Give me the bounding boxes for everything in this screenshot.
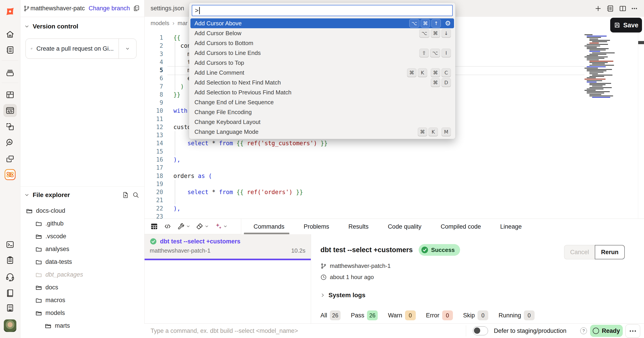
line-number: 3: [144, 50, 163, 58]
help-icon[interactable]: ?: [580, 327, 587, 334]
current-branch-name[interactable]: matthewshaver-patc: [30, 5, 86, 12]
file-tree-item-.vscode[interactable]: .vscode: [20, 230, 144, 243]
ai-fix-button[interactable]: [214, 222, 227, 230]
line-number: 17: [144, 164, 163, 172]
home-icon[interactable]: [3, 28, 17, 41]
change-branch-link[interactable]: Change branch: [88, 5, 130, 12]
shortcut-key: I: [442, 49, 451, 57]
breadcrumb-models[interactable]: models: [150, 20, 170, 27]
filter-chip-error[interactable]: Error0: [426, 310, 453, 320]
command-history-list: dbt test --select +customers matthewshav…: [144, 234, 311, 323]
version-control-title: Version control: [33, 23, 78, 30]
file-tree-item-data-tests[interactable]: data-tests: [20, 256, 144, 268]
file-tree-item-dbt_packages[interactable]: dbt_packages: [20, 268, 144, 281]
file-tree-item-models[interactable]: models: [20, 307, 144, 319]
headset-icon[interactable]: [3, 270, 17, 283]
organization-icon[interactable]: [3, 301, 17, 314]
palette-command-label: Add Cursors to Bottom: [194, 40, 451, 47]
wrench-icon: [177, 222, 185, 230]
line-number: 6: [144, 74, 163, 82]
cancel-button[interactable]: Cancel: [564, 245, 595, 259]
rerun-button[interactable]: Rerun: [595, 245, 625, 259]
minimap[interactable]: [584, 34, 618, 99]
line-number: 15: [144, 147, 163, 155]
create-pr-button[interactable]: Create a pull request on Gi...: [26, 45, 118, 52]
line-number: 8: [144, 91, 163, 99]
terminal-icon[interactable]: [3, 238, 17, 251]
code-line: [174, 196, 328, 204]
search-icon[interactable]: [132, 192, 140, 199]
format-button[interactable]: [196, 222, 209, 230]
filter-chip-skip[interactable]: Skip0: [463, 310, 488, 320]
palette-command-row[interactable]: Add Cursors to Bottom: [190, 38, 454, 48]
clipboard-icon[interactable]: [3, 254, 17, 267]
palette-command-row[interactable]: Change Language Mode⌘KM: [190, 127, 454, 137]
file-tree-item-marts[interactable]: marts: [20, 319, 144, 332]
tab-settings-json[interactable]: settings.json: [144, 0, 190, 17]
dbt-copilot-atom-icon[interactable]: [3, 168, 17, 181]
file-tree-item-.github[interactable]: .github: [20, 217, 144, 230]
save-button[interactable]: Save: [610, 18, 642, 33]
code-editor-icon[interactable]: [3, 104, 17, 117]
palette-command-row[interactable]: Change Keyboard Layout: [190, 117, 454, 127]
palette-command-row[interactable]: Add Selection to Next Find Match⌘D: [190, 78, 454, 87]
filter-chip-warn[interactable]: Warn0: [388, 310, 416, 320]
chevron-down-icon[interactable]: [24, 192, 30, 198]
file-tree-label: macros: [46, 297, 65, 304]
palette-input[interactable]: >: [192, 5, 453, 16]
file-tree-item-docs-cloud[interactable]: docs-cloud: [20, 204, 144, 217]
scrollbar-thumb[interactable]: [638, 41, 644, 44]
split-editor-icon[interactable]: [618, 4, 627, 13]
select-area-icon[interactable]: [3, 120, 17, 133]
filter-chip-pass[interactable]: Pass26: [351, 310, 378, 320]
palette-command-row[interactable]: Add Line Comment⌘K⌘C: [190, 68, 454, 78]
palette-command-row[interactable]: Change File Encoding: [190, 107, 454, 117]
defer-toggle[interactable]: [473, 326, 488, 335]
filter-chip-running[interactable]: Running0: [498, 310, 534, 320]
table-view-icon[interactable]: [150, 222, 158, 230]
bottom-tab-code-quality[interactable]: Code quality: [388, 223, 421, 230]
editor-scrollbar[interactable]: [638, 29, 644, 219]
shortcut-key: ⌘: [418, 127, 427, 136]
compiled-sql-icon[interactable]: [164, 222, 172, 230]
bottom-tab-problems[interactable]: Problems: [304, 223, 329, 230]
bottom-tab-lineage[interactable]: Lineage: [500, 223, 522, 230]
notebook-icon[interactable]: [3, 44, 17, 57]
palette-command-row[interactable]: Add Cursors to Line Ends⇧⌥I: [190, 48, 454, 58]
file-tree-label: docs-cloud: [36, 207, 65, 214]
system-logs-toggle[interactable]: System logs: [320, 292, 366, 299]
notebook-panel-icon[interactable]: [606, 4, 615, 13]
create-pr-dropdown[interactable]: [118, 39, 136, 59]
breadcrumb-marts[interactable]: mar: [178, 20, 188, 27]
build-options-button[interactable]: [177, 222, 190, 230]
file-tree-item-analyses[interactable]: analyses: [20, 243, 144, 256]
palette-command-row[interactable]: Add Cursor Below⌥⌘↓: [190, 28, 454, 38]
file-explorer-title[interactable]: File explorer: [33, 192, 70, 199]
new-tab-icon[interactable]: [594, 4, 602, 13]
palette-command-row[interactable]: Change End of Line Sequence: [190, 97, 454, 107]
bottom-tab-compiled-code[interactable]: Compiled code: [440, 223, 481, 230]
user-avatar[interactable]: [3, 319, 17, 332]
palette-command-row[interactable]: Add Cursor Above⌥⌘↑⚙: [190, 18, 454, 28]
version-control-section-header[interactable]: Version control: [24, 23, 78, 30]
stack-icon[interactable]: [3, 66, 17, 79]
palette-command-row[interactable]: Add Selection to Previous Find Match: [190, 87, 454, 97]
copy-icon[interactable]: [133, 5, 140, 12]
new-file-icon[interactable]: [122, 192, 129, 199]
palette-command-row[interactable]: Add Cursors to Top: [190, 58, 454, 68]
docs-book-icon[interactable]: [3, 286, 17, 299]
more-options-icon[interactable]: [630, 4, 639, 13]
bottom-tab-results[interactable]: Results: [348, 223, 368, 230]
gear-icon[interactable]: ⚙: [445, 20, 451, 27]
more-actions-button[interactable]: [626, 324, 640, 338]
command-input[interactable]: Type a command, ex. dbt build --select <…: [150, 324, 298, 338]
file-tree-item-macros[interactable]: macros: [20, 294, 144, 307]
filter-chip-all[interactable]: All26: [320, 310, 340, 320]
command-history-item[interactable]: dbt test --select +customers matthewshav…: [144, 234, 311, 260]
dashboard-icon[interactable]: [3, 88, 17, 101]
windows-icon[interactable]: [3, 152, 17, 165]
code-line: orders as (: [174, 172, 328, 180]
bottom-tab-commands[interactable]: Commands: [254, 223, 284, 230]
search-insights-icon[interactable]: [3, 136, 17, 149]
file-tree-item-docs[interactable]: docs: [20, 281, 144, 294]
